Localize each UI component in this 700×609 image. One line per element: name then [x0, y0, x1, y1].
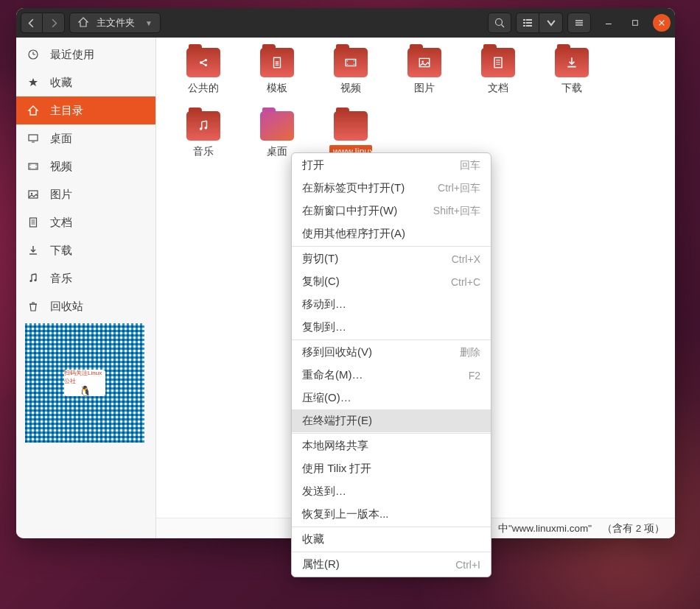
menu-item-accelerator: 回车 [460, 159, 480, 172]
folder-item[interactable]: 下载 [535, 48, 609, 107]
menu-item[interactable]: 移动到… [292, 293, 491, 316]
sidebar-item-label: 主目录 [50, 104, 83, 118]
sidebar-item-label: 桌面 [50, 132, 72, 146]
sidebar-item-trash[interactable]: 回收站 [16, 292, 155, 320]
menu-item[interactable]: 使用 Tilix 打开 [292, 457, 491, 480]
folder-item[interactable]: 文档 [461, 48, 535, 107]
menu-item[interactable]: 压缩(O)… [292, 387, 491, 409]
menu-item-accelerator: Ctrl+X [452, 253, 480, 265]
maximize-button[interactable] [626, 14, 644, 32]
folder-label: 图片 [414, 82, 435, 95]
sidebar-item-desktop[interactable]: 桌面 [16, 124, 155, 152]
svg-point-33 [34, 279, 36, 281]
nav-back-button[interactable] [21, 13, 43, 33]
menu-item[interactable]: 收藏 [292, 528, 491, 551]
maximize-icon [631, 19, 639, 27]
menu-item-label: 属性(R) [302, 557, 340, 571]
breadcrumb[interactable]: 主文件夹 ▼ [69, 13, 161, 33]
home-icon [27, 104, 40, 117]
menu-item[interactable]: 在新窗口中打开(W)Shift+回车 [292, 200, 491, 222]
folder-label: 下载 [561, 82, 582, 95]
menu-item[interactable]: 本地网络共享 [292, 434, 491, 457]
menu-item[interactable]: 重命名(M)…F2 [292, 364, 491, 387]
desktop-icon [27, 132, 40, 145]
menu-separator [292, 527, 491, 527]
svg-rect-7 [526, 25, 532, 27]
close-button[interactable] [653, 14, 671, 32]
menu-item-label: 打开 [302, 158, 324, 172]
menu-item[interactable]: 发送到… [292, 480, 491, 503]
folder-item[interactable]: 模板 [240, 48, 314, 107]
sidebar-item-label: 回收站 [50, 300, 83, 314]
menu-item[interactable]: 剪切(T)Ctrl+X [292, 247, 491, 270]
menu-item[interactable]: 复制到… [292, 316, 491, 339]
sidebar-item-download[interactable]: 下载 [16, 236, 155, 264]
menu-item[interactable]: 复制(C)Ctrl+C [292, 270, 491, 293]
svg-point-22 [35, 164, 36, 165]
folder-icon [334, 111, 368, 141]
video-icon [27, 160, 40, 173]
menu-item-accelerator: Shift+回车 [433, 205, 480, 218]
menu-item[interactable]: 在终端打开(E) [292, 409, 491, 432]
folder-item[interactable]: 公共的 [167, 48, 240, 107]
menu-icon [573, 17, 585, 29]
home-icon [77, 16, 89, 30]
menu-item[interactable]: 在新标签页中打开(T)Ctrl+回车 [292, 177, 491, 200]
sidebar-item-document[interactable]: 文档 [16, 208, 155, 236]
hamburger-menu-button[interactable] [567, 13, 591, 33]
folder-label: 视频 [340, 82, 361, 95]
sidebar: 最近使用收藏主目录桌面视频图片文档下载音乐回收站扫码关注Linux公社🐧 [16, 38, 156, 538]
svg-rect-5 [526, 22, 532, 24]
search-button[interactable] [488, 13, 511, 33]
sidebar-item-clock[interactable]: 最近使用 [16, 41, 155, 68]
svg-rect-2 [523, 19, 525, 21]
svg-line-40 [202, 63, 206, 65]
menu-item-label: 发送到… [302, 485, 346, 499]
svg-point-20 [29, 164, 30, 165]
svg-line-1 [502, 25, 505, 28]
trash-icon [27, 300, 40, 313]
minimize-button[interactable]: – [600, 14, 617, 32]
menu-item-label: 复制到… [302, 320, 346, 334]
menu-item-label: 使用 Tilix 打开 [302, 462, 371, 476]
menu-item[interactable]: 打开回车 [292, 154, 491, 177]
menu-item[interactable]: 使用其他程序打开(A) [292, 222, 491, 245]
folder-label: 公共的 [188, 82, 219, 95]
folder-label: 文档 [488, 82, 508, 95]
svg-line-39 [202, 60, 206, 62]
menu-item-accelerator: 删除 [460, 346, 480, 359]
folder-item[interactable]: 图片 [388, 48, 461, 107]
svg-rect-45 [346, 60, 356, 66]
svg-point-32 [29, 280, 32, 282]
folder-item[interactable]: 视频 [314, 48, 388, 107]
svg-rect-3 [526, 19, 532, 21]
titlebar: 主文件夹 ▼ – [16, 8, 675, 38]
menu-item[interactable]: 属性(R)Ctrl+I [292, 553, 491, 576]
svg-rect-4 [523, 22, 525, 24]
music-icon [186, 111, 220, 141]
context-menu: 打开回车在新标签页中打开(T)Ctrl+回车在新窗口中打开(W)Shift+回车… [291, 152, 491, 577]
svg-rect-6 [523, 25, 525, 27]
sidebar-item-label: 收藏 [50, 76, 72, 90]
qr-label: 扫码关注Linux公社 [64, 369, 105, 385]
view-options-button[interactable] [539, 13, 563, 33]
sidebar-item-video[interactable]: 视频 [16, 152, 155, 180]
sidebar-item-label: 下载 [50, 244, 72, 258]
sidebar-item-image[interactable]: 图片 [16, 180, 155, 208]
document-icon [27, 216, 40, 229]
template-icon [260, 48, 294, 77]
nav-forward-button[interactable] [43, 13, 65, 33]
sidebar-item-music[interactable]: 音乐 [16, 264, 155, 292]
menu-item[interactable]: 移到回收站(V)删除 [292, 341, 491, 364]
sidebar-item-label: 音乐 [50, 272, 72, 286]
menu-item-label: 收藏 [302, 532, 324, 546]
sidebar-item-home[interactable]: 主目录 [16, 96, 155, 124]
svg-rect-41 [274, 57, 281, 68]
chevron-down-icon[interactable]: ▼ [145, 19, 153, 27]
folder-item[interactable]: 音乐 [167, 111, 240, 170]
svg-point-23 [35, 167, 36, 168]
view-list-button[interactable] [516, 13, 539, 33]
penguin-icon: 🐧 [79, 385, 91, 397]
sidebar-item-star[interactable]: 收藏 [16, 68, 155, 96]
menu-item[interactable]: 恢复到上一版本... [292, 503, 491, 526]
